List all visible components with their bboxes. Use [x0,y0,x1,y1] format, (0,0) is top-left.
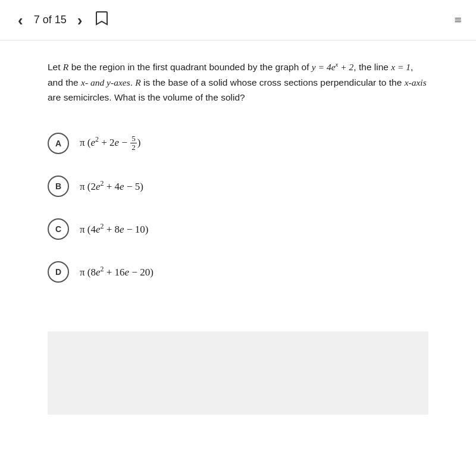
option-d-content: π (8e2 + 16e − 20) [80,264,154,279]
option-d-formula: π (8e2 + 16e − 20) [80,267,154,278]
option-d-label: D [55,267,61,277]
option-a-formula: π (e2 + 2e − 5 2 ) [80,137,140,148]
math-R2: R [135,77,140,87]
next-button[interactable] [74,9,86,32]
math-line: x = 1 [391,62,411,72]
math-xaxis: x-axis [405,77,427,87]
option-c-label: C [55,224,61,234]
main-content: Let R be the region in the first quadran… [0,40,476,312]
menu-icon[interactable]: ≡ [455,12,462,28]
option-b-content: π (2e2 + 4e − 5) [80,178,143,193]
option-c-row: C π (4e2 + 8e − 10) [48,208,428,250]
math-R: R [63,62,68,72]
question-text: Let R be the region in the first quadran… [48,60,428,105]
prev-button[interactable] [14,9,27,32]
progress-indicator: 7 of 15 [34,14,67,26]
math-equation: y = 4ex + 2 [312,62,354,72]
nav-right: ≡ [455,12,462,28]
option-d-row: D π (8e2 + 16e − 20) [48,250,428,293]
option-b-circle[interactable]: B [48,176,69,197]
bookmark-icon[interactable] [95,11,108,30]
option-c-circle[interactable]: C [48,218,69,240]
option-c-formula: π (4e2 + 8e − 10) [80,224,148,235]
answer-options: A π (e2 + 2e − 5 2 ) B π (2e2 + 4e − 5) [48,122,428,293]
option-c-content: π (4e2 + 8e − 10) [80,221,148,236]
option-b-formula: π (2e2 + 4e − 5) [80,181,143,192]
bottom-panel [48,331,428,415]
option-b-row: B π (2e2 + 4e − 5) [48,165,428,208]
option-a-content: π (e2 + 2e − 5 2 ) [80,134,140,152]
option-a-circle[interactable]: A [48,133,69,154]
option-d-circle[interactable]: D [48,261,69,283]
option-a-row: A π (e2 + 2e − 5 2 ) [48,122,428,165]
math-axes: x- and y-axes [81,77,130,87]
option-b-label: B [55,181,61,191]
nav-left: 7 of 15 [14,9,455,32]
navigation-bar: 7 of 15 ≡ [0,0,476,40]
option-a-label: A [55,139,61,148]
fraction-5-2: 5 2 [130,134,137,152]
